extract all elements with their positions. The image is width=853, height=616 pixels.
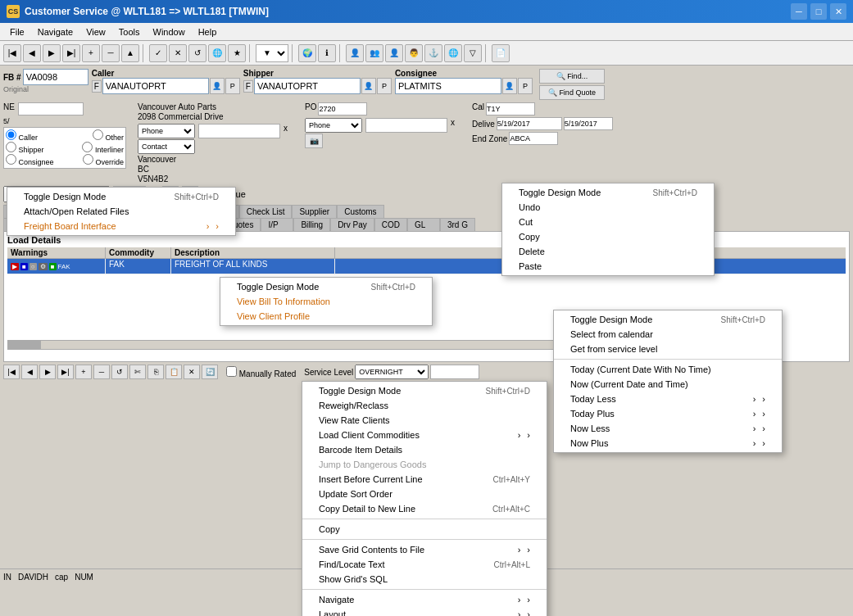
tb-filter[interactable]: ▽: [464, 44, 482, 62]
tb-nav-last[interactable]: ▶|: [62, 44, 80, 62]
tab-cod[interactable]: COD: [374, 218, 407, 231]
ctx5-today-less[interactable]: Today Less ›: [554, 392, 782, 406]
tb-check[interactable]: ✓: [149, 44, 167, 62]
ctx3-insert-before[interactable]: Insert Before Current Line Ctrl+Alt+Y: [302, 472, 547, 487]
table-row[interactable]: ▶ ■ ○ ⚙ ■ FAK FAK FREIGHT OF ALL KINDS: [7, 259, 846, 274]
menu-view[interactable]: View: [79, 25, 112, 38]
ctx1-toggle-design[interactable]: Toggle Design Mode Shift+Ctrl+D: [7, 189, 235, 204]
ctx3-barcode[interactable]: Barcode Item Details: [302, 442, 547, 457]
ctx3-save-grid[interactable]: Save Grid Contents to File ›: [302, 542, 547, 557]
manually-rated-label[interactable]: Manually Rated: [226, 366, 296, 378]
shipper-p-btn[interactable]: P: [377, 78, 392, 94]
tb-dropdown1[interactable]: ▼: [256, 44, 288, 62]
nav-x-btn[interactable]: ✕: [184, 365, 200, 379]
radio-override[interactable]: Override: [83, 154, 124, 166]
ctx4-undo[interactable]: Undo: [502, 200, 714, 215]
tb-nav-first[interactable]: |◀: [3, 44, 21, 62]
minimize-button[interactable]: ─: [791, 3, 807, 20]
ctx5-toggle-design[interactable]: Toggle Design Mode Shift+Ctrl+D: [554, 312, 782, 327]
ctx1-freight-board[interactable]: Freight Board Interface ›: [7, 219, 235, 233]
tb-globe3[interactable]: 🌐: [444, 44, 462, 62]
tb-up[interactable]: ▲: [121, 44, 139, 62]
ctx3-copy-detail[interactable]: Copy Detail to New Line Ctrl+Alt+C: [302, 501, 547, 516]
ctx5-now-less[interactable]: Now Less ›: [554, 421, 782, 436]
ctx4-toggle-design[interactable]: Toggle Design Mode Shift+Ctrl+D: [502, 185, 714, 200]
tb-anchor[interactable]: ⚓: [424, 44, 442, 62]
end-zone-input[interactable]: [509, 132, 558, 145]
shipper-phone[interactable]: [365, 118, 447, 133]
tab-gl[interactable]: GL: [407, 218, 440, 231]
ctx3-view-rate[interactable]: View Rate Clients: [302, 413, 547, 428]
ctx3-update-sort[interactable]: Update Sort Order: [302, 487, 547, 501]
tb-person3[interactable]: 👤: [385, 44, 403, 62]
phone-type-shipper[interactable]: Phone: [305, 118, 362, 133]
menu-file[interactable]: File: [3, 25, 31, 38]
tab-ip[interactable]: I/P: [261, 218, 293, 231]
menu-window[interactable]: Window: [147, 25, 192, 38]
tb-doc[interactable]: 📄: [492, 44, 510, 62]
fb-input[interactable]: [23, 69, 88, 85]
tab-customs[interactable]: Customs: [337, 205, 383, 218]
nav-last-btn[interactable]: ▶|: [57, 365, 74, 379]
radio-other[interactable]: Other: [93, 129, 124, 142]
tab-drvpay[interactable]: Drv Pay: [330, 218, 374, 231]
tb-nav-prev[interactable]: ◀: [23, 44, 41, 62]
tb-refresh[interactable]: ↺: [188, 44, 206, 62]
radio-caller[interactable]: Caller: [6, 129, 38, 142]
ctx4-delete[interactable]: Delete: [502, 244, 714, 259]
nav-add-btn[interactable]: +: [75, 365, 92, 379]
caller-find-btn[interactable]: 👤: [210, 78, 225, 94]
ctx3-show-sql[interactable]: Show Grid's SQL: [302, 572, 547, 587]
shipper-scan-btn[interactable]: 📷: [305, 134, 323, 148]
menu-navigate[interactable]: Navigate: [31, 25, 79, 38]
cal-input[interactable]: [486, 102, 535, 116]
service-level-select[interactable]: OVERNIGHT: [355, 365, 429, 379]
radio-consignee[interactable]: Consignee: [6, 154, 54, 166]
nav-cut-btn[interactable]: ✄: [129, 365, 146, 379]
ctx5-now-plus[interactable]: Now Plus ›: [554, 436, 782, 451]
consignee-find-btn[interactable]: 👤: [502, 78, 517, 94]
nav-paste-btn[interactable]: 📋: [166, 365, 182, 379]
nav-copy-btn[interactable]: ⎘: [147, 365, 164, 379]
nav-next-btn[interactable]: ▶: [39, 365, 56, 379]
nav-refresh-btn[interactable]: ↺: [111, 365, 128, 379]
ctx4-copy[interactable]: Copy: [502, 229, 714, 244]
nav-refresh2-btn[interactable]: 🔄: [202, 365, 218, 379]
ctx5-today-notime[interactable]: Today (Current Date With No Time): [554, 362, 782, 377]
ne-input[interactable]: [18, 102, 84, 116]
ctx3-toggle-design[interactable]: Toggle Design Mode Shift+Ctrl+D: [302, 383, 547, 398]
radio-shipper[interactable]: Shipper: [6, 142, 44, 154]
caller-phone[interactable]: [198, 124, 280, 138]
phone-type-caller[interactable]: Phone: [138, 124, 195, 138]
ctx3-navigate[interactable]: Navigate ›: [302, 592, 547, 607]
close-button[interactable]: ✕: [830, 3, 846, 20]
consignee-input[interactable]: [395, 78, 501, 94]
caller-input[interactable]: [102, 78, 209, 94]
ctx2-view-client[interactable]: View Client Profile: [220, 309, 432, 324]
ctx2-view-bill[interactable]: View Bill To Information: [220, 294, 432, 309]
po-input[interactable]: [318, 102, 367, 116]
shipper-find-btn[interactable]: 👤: [361, 78, 376, 94]
radio-interliner[interactable]: Interliner: [82, 142, 124, 154]
menu-help[interactable]: Help: [192, 25, 224, 38]
ctx5-select-calendar[interactable]: Select from calendar: [554, 327, 782, 342]
ctx3-reweigh[interactable]: Reweigh/Reclass: [302, 398, 547, 413]
find-button[interactable]: 🔍 Find...: [539, 69, 605, 84]
delivery-date[interactable]: [497, 117, 562, 130]
tab-supplier[interactable]: Supplier: [292, 205, 337, 218]
ctx5-today-plus[interactable]: Today Plus ›: [554, 406, 782, 421]
service-input[interactable]: [430, 365, 479, 379]
menu-tools[interactable]: Tools: [112, 25, 147, 38]
tb-remove[interactable]: ─: [102, 44, 120, 62]
ctx3-load-client[interactable]: Load Client Commodities ›: [302, 428, 547, 442]
find-quote-button[interactable]: 🔍 Find Quote: [539, 85, 605, 100]
tb-person4[interactable]: 👨: [405, 44, 423, 62]
delivery-date2[interactable]: [564, 117, 613, 130]
tb-star[interactable]: ★: [228, 44, 246, 62]
caller-p-btn[interactable]: P: [225, 78, 240, 94]
tb-person2[interactable]: 👥: [365, 44, 383, 62]
tb-info[interactable]: ℹ: [318, 44, 336, 62]
consignee-p-btn[interactable]: P: [518, 78, 533, 94]
tb-globe2[interactable]: 🌍: [298, 44, 316, 62]
tb-x[interactable]: ✕: [169, 44, 187, 62]
